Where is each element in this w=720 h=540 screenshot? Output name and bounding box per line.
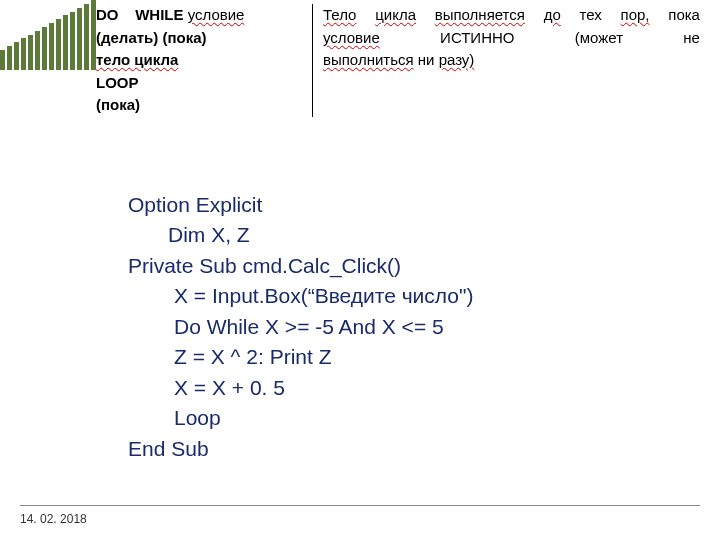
code-block: Option Explicit Dim X, Z Private Sub cmd… — [128, 190, 473, 464]
d-w: разу) — [439, 51, 475, 68]
footer-date: 14. 02. 2018 — [20, 512, 87, 526]
d-w: ИСТИННО — [440, 27, 514, 50]
code-line: Z = X ^ 2: Print Z — [128, 342, 473, 372]
footer-divider — [20, 505, 700, 506]
d-w: выполниться — [323, 51, 414, 68]
kw-loop: LOOP — [96, 74, 139, 91]
cond-word: условие — [188, 6, 245, 23]
code-line: Do While X >= -5 And X <= 5 — [128, 312, 473, 342]
code-line: X = X + 0. 5 — [128, 373, 473, 403]
kw-while: WHILE — [135, 6, 183, 23]
d-w: не — [683, 27, 700, 50]
code-line: Option Explicit — [128, 190, 473, 220]
body-text: тело цикла — [96, 51, 178, 68]
d-w: пор, — [621, 4, 650, 27]
kw-do: DO — [96, 6, 119, 23]
code-line: Private Sub cmd.Calc_Click() — [128, 251, 473, 281]
code-line: Loop — [128, 403, 473, 433]
d-w: ни — [418, 51, 435, 68]
d-w: цикла — [375, 4, 416, 27]
d-w: (может — [575, 27, 623, 50]
code-line: Dim X, Z — [128, 220, 473, 250]
d-w: Тело — [323, 4, 356, 27]
hint-while: (пока) — [162, 29, 206, 46]
d-w: пока — [668, 4, 700, 27]
code-line: X = Input.Box(“Введите число") — [128, 281, 473, 311]
syntax-column: DO WHILE условие (делать) (пока) тело ци… — [96, 4, 313, 117]
description-column: Тело цикла выполняется до тех пор, пока … — [313, 4, 700, 117]
d-w: условие — [323, 27, 380, 50]
syntax-description-row: DO WHILE условие (делать) (пока) тело ци… — [96, 4, 700, 117]
d-w: выполняется — [435, 4, 525, 27]
hint-do: (делать) — [96, 29, 158, 46]
d-w: тех — [580, 4, 602, 27]
hint-loop: (пока) — [96, 96, 140, 113]
code-line: End Sub — [128, 434, 473, 464]
decorative-bars — [0, 0, 98, 70]
d-w: до — [544, 4, 561, 27]
